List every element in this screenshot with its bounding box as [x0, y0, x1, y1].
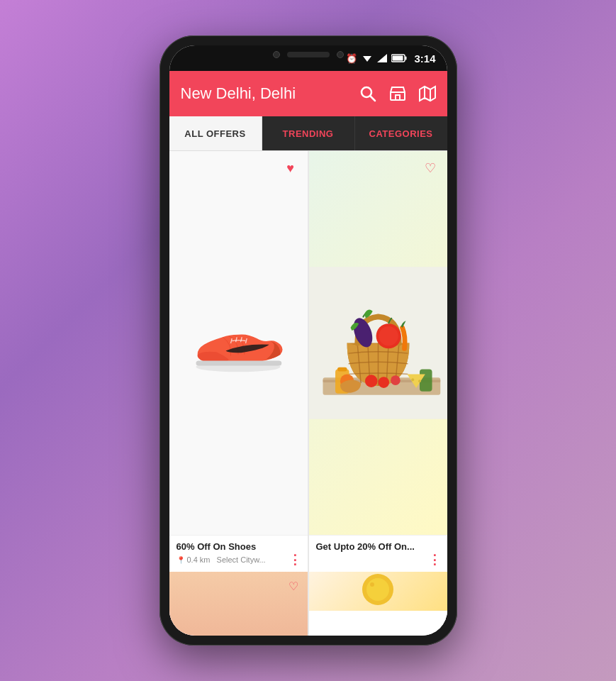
camera-2	[337, 51, 344, 58]
svg-rect-7	[391, 92, 405, 100]
phone-top-decorations	[273, 51, 344, 58]
bottom-cards-row: ♡	[169, 572, 447, 636]
bottom-right-image	[309, 572, 447, 611]
speaker	[287, 52, 330, 57]
svg-rect-4	[393, 56, 403, 61]
bottom-left-card: ♡	[169, 572, 308, 636]
tab-trending[interactable]: TRENDING	[262, 116, 354, 150]
grocery-illustration	[309, 151, 447, 535]
svg-line-6	[370, 96, 375, 101]
bottom-right-card	[309, 572, 447, 636]
map-icon[interactable]	[419, 85, 436, 102]
svg-rect-3	[405, 57, 407, 60]
grocery-card-meta: ⋮	[316, 553, 440, 566]
grocery-favorite-button[interactable]: ♡	[420, 158, 440, 178]
offers-grid: ♥	[169, 151, 447, 572]
status-icons: ⏰ 3:14	[346, 52, 435, 65]
svg-marker-1	[377, 54, 387, 62]
svg-marker-0	[363, 56, 371, 62]
tab-categories[interactable]: CATEGORIES	[354, 116, 447, 150]
tab-bar: ALL OFFERS TRENDING CATEGORIES	[169, 116, 447, 151]
svg-point-35	[378, 377, 389, 388]
shoe-card-image: ♥	[169, 151, 308, 535]
camera	[273, 51, 280, 58]
svg-rect-33	[420, 370, 432, 392]
header-actions	[359, 85, 436, 102]
wifi-icon	[362, 54, 373, 62]
phone-frame: ⏰ 3:14 New Delhi, Delhi	[159, 35, 457, 646]
svg-point-38	[411, 378, 414, 381]
shoe-card-info: 60% Off On Shoes 📍 0.4 km Select Cityw..…	[169, 535, 308, 572]
grocery-card-image: ♡	[309, 151, 447, 535]
svg-point-30	[379, 326, 398, 345]
search-icon[interactable]	[359, 85, 376, 102]
yellow-food-icon	[357, 572, 399, 611]
svg-point-42	[370, 582, 374, 587]
tab-all-offers[interactable]: ALL OFFERS	[169, 116, 262, 150]
shoe-card-title: 60% Off On Shoes	[177, 541, 301, 552]
shoe-illustration	[189, 311, 288, 375]
store-icon[interactable]	[389, 85, 406, 102]
svg-point-34	[364, 375, 377, 387]
svg-marker-11	[420, 87, 435, 101]
location-label: New Delhi, Delhi	[181, 84, 359, 103]
svg-point-41	[366, 578, 389, 601]
bottom-left-image: ♡	[169, 572, 308, 636]
alarm-icon: ⏰	[346, 53, 357, 64]
shoe-more-button[interactable]: ⋮	[289, 553, 301, 566]
battery-icon	[391, 54, 407, 62]
grocery-card-title: Get Upto 20% Off On...	[316, 541, 440, 552]
svg-rect-15	[196, 360, 282, 365]
shoe-card-distance: 📍 0.4 km Select Cityw...	[177, 555, 266, 564]
status-bar: ⏰ 3:14	[169, 45, 447, 71]
shoe-favorite-button[interactable]: ♥	[281, 158, 301, 178]
grocery-more-button[interactable]: ⋮	[428, 553, 440, 566]
shoe-card: ♥	[169, 151, 308, 572]
grocery-card-info: Get Upto 20% Off On... ⋮	[309, 535, 447, 572]
svg-point-39	[418, 380, 421, 382]
bottom-left-favorite-button[interactable]: ♡	[284, 576, 303, 596]
grocery-card: ♡	[309, 151, 447, 572]
shoe-card-meta: 📍 0.4 km Select Cityw... ⋮	[177, 553, 301, 566]
svg-rect-32	[337, 367, 347, 372]
status-time: 3:14	[414, 52, 435, 65]
app-header: New Delhi, Delhi	[169, 71, 447, 116]
signal-icon	[377, 54, 387, 62]
phone-screen: ⏰ 3:14 New Delhi, Delhi	[169, 45, 447, 636]
svg-point-36	[391, 375, 401, 385]
